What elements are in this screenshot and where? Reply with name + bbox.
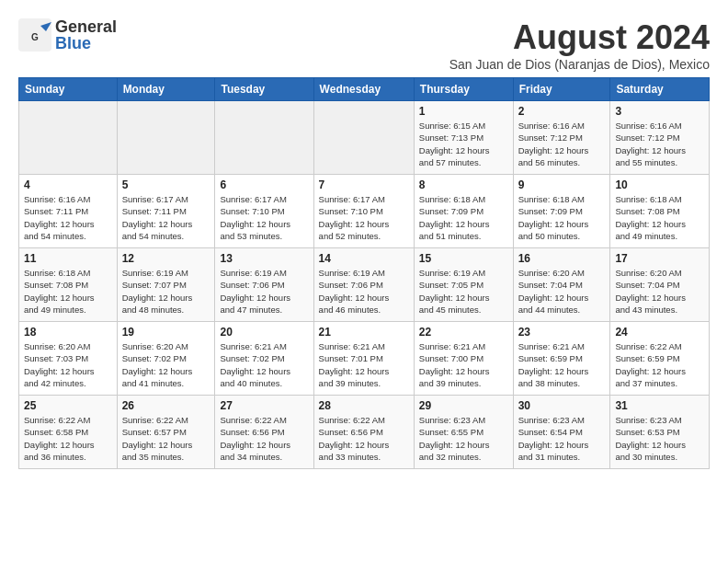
day-info: Sunrise: 6:16 AM Sunset: 7:11 PM Dayligh… (24, 193, 112, 242)
day-info: Sunrise: 6:20 AM Sunset: 7:04 PM Dayligh… (518, 267, 606, 316)
calendar-cell: 10Sunrise: 6:18 AM Sunset: 7:08 PM Dayli… (610, 175, 710, 248)
day-info: Sunrise: 6:22 AM Sunset: 6:56 PM Dayligh… (319, 414, 409, 463)
day-info: Sunrise: 6:22 AM Sunset: 6:56 PM Dayligh… (220, 414, 308, 463)
calendar-cell: 13Sunrise: 6:19 AM Sunset: 7:06 PM Dayli… (215, 248, 313, 322)
calendar-cell: 14Sunrise: 6:19 AM Sunset: 7:06 PM Dayli… (313, 248, 414, 322)
day-of-week-header: Friday (513, 78, 610, 101)
calendar-cell: 4Sunrise: 6:16 AM Sunset: 7:11 PM Daylig… (19, 175, 118, 248)
day-number: 13 (220, 252, 308, 265)
day-info: Sunrise: 6:22 AM Sunset: 6:59 PM Dayligh… (615, 340, 704, 389)
day-number: 12 (122, 252, 210, 265)
title-area: August 2024 San Juan de Dios (Naranjas d… (449, 18, 710, 72)
day-number: 15 (419, 252, 508, 265)
day-number: 9 (518, 178, 606, 191)
day-number: 6 (220, 178, 308, 191)
day-number: 7 (319, 178, 409, 191)
days-header-row: SundayMondayTuesdayWednesdayThursdayFrid… (19, 78, 710, 101)
day-info: Sunrise: 6:20 AM Sunset: 7:02 PM Dayligh… (122, 340, 210, 389)
day-number: 3 (615, 105, 704, 118)
calendar-cell: 1Sunrise: 6:15 AM Sunset: 7:13 PM Daylig… (414, 101, 513, 175)
day-of-week-header: Saturday (610, 78, 710, 101)
day-info: Sunrise: 6:19 AM Sunset: 7:05 PM Dayligh… (419, 267, 508, 316)
logo: G General Blue (18, 18, 117, 52)
day-number: 5 (122, 178, 210, 191)
calendar-cell: 7Sunrise: 6:17 AM Sunset: 7:10 PM Daylig… (313, 175, 414, 248)
calendar-cell: 19Sunrise: 6:20 AM Sunset: 7:02 PM Dayli… (117, 322, 215, 396)
day-number: 19 (122, 326, 210, 339)
svg-text:G: G (31, 32, 39, 42)
calendar-cell: 15Sunrise: 6:19 AM Sunset: 7:05 PM Dayli… (414, 248, 513, 322)
calendar-cell: 2Sunrise: 6:16 AM Sunset: 7:12 PM Daylig… (513, 101, 610, 175)
calendar-cell: 21Sunrise: 6:21 AM Sunset: 7:01 PM Dayli… (313, 322, 414, 396)
day-number: 22 (419, 326, 508, 339)
day-number: 2 (518, 105, 606, 118)
logo-blue: Blue (55, 35, 117, 52)
day-of-week-header: Tuesday (215, 78, 313, 101)
day-info: Sunrise: 6:18 AM Sunset: 7:08 PM Dayligh… (24, 267, 112, 316)
location: San Juan de Dios (Naranjas de Dios), Mex… (449, 57, 710, 72)
day-number: 1 (419, 105, 508, 118)
calendar-cell: 31Sunrise: 6:23 AM Sunset: 6:53 PM Dayli… (610, 396, 710, 469)
calendar-week-row: 4Sunrise: 6:16 AM Sunset: 7:11 PM Daylig… (19, 175, 710, 248)
day-number: 14 (319, 252, 409, 265)
logo-text: General Blue (55, 18, 117, 52)
calendar-cell: 23Sunrise: 6:21 AM Sunset: 6:59 PM Dayli… (513, 322, 610, 396)
day-info: Sunrise: 6:15 AM Sunset: 7:13 PM Dayligh… (419, 120, 508, 168)
day-info: Sunrise: 6:19 AM Sunset: 7:07 PM Dayligh… (122, 267, 210, 316)
day-info: Sunrise: 6:21 AM Sunset: 6:59 PM Dayligh… (518, 340, 606, 389)
calendar-table: SundayMondayTuesdayWednesdayThursdayFrid… (18, 77, 710, 469)
day-info: Sunrise: 6:16 AM Sunset: 7:12 PM Dayligh… (518, 120, 606, 168)
day-number: 21 (319, 326, 409, 339)
day-number: 23 (518, 326, 606, 339)
day-info: Sunrise: 6:22 AM Sunset: 6:58 PM Dayligh… (24, 414, 112, 463)
day-info: Sunrise: 6:18 AM Sunset: 7:09 PM Dayligh… (419, 193, 508, 242)
month-year: August 2024 (449, 18, 710, 57)
calendar-cell: 27Sunrise: 6:22 AM Sunset: 6:56 PM Dayli… (215, 396, 313, 469)
day-number: 10 (615, 178, 704, 191)
day-number: 18 (24, 326, 112, 339)
calendar-cell: 3Sunrise: 6:16 AM Sunset: 7:12 PM Daylig… (610, 101, 710, 175)
day-number: 11 (24, 252, 112, 265)
day-info: Sunrise: 6:18 AM Sunset: 7:09 PM Dayligh… (518, 193, 606, 242)
calendar-cell: 6Sunrise: 6:17 AM Sunset: 7:10 PM Daylig… (215, 175, 313, 248)
day-number: 31 (615, 399, 704, 412)
day-of-week-header: Thursday (414, 78, 513, 101)
calendar-week-row: 18Sunrise: 6:20 AM Sunset: 7:03 PM Dayli… (19, 322, 710, 396)
day-info: Sunrise: 6:19 AM Sunset: 7:06 PM Dayligh… (220, 267, 308, 316)
calendar-cell: 24Sunrise: 6:22 AM Sunset: 6:59 PM Dayli… (610, 322, 710, 396)
calendar-cell: 9Sunrise: 6:18 AM Sunset: 7:09 PM Daylig… (513, 175, 610, 248)
calendar-cell: 29Sunrise: 6:23 AM Sunset: 6:55 PM Dayli… (414, 396, 513, 469)
day-info: Sunrise: 6:23 AM Sunset: 6:54 PM Dayligh… (518, 414, 606, 463)
day-number: 30 (518, 399, 606, 412)
day-number: 16 (518, 252, 606, 265)
calendar-cell: 8Sunrise: 6:18 AM Sunset: 7:09 PM Daylig… (414, 175, 513, 248)
calendar-cell: 20Sunrise: 6:21 AM Sunset: 7:02 PM Dayli… (215, 322, 313, 396)
calendar-cell (313, 101, 414, 175)
calendar-cell: 12Sunrise: 6:19 AM Sunset: 7:07 PM Dayli… (117, 248, 215, 322)
day-number: 8 (419, 178, 508, 191)
day-info: Sunrise: 6:17 AM Sunset: 7:11 PM Dayligh… (122, 193, 210, 242)
day-info: Sunrise: 6:21 AM Sunset: 7:00 PM Dayligh… (419, 340, 508, 389)
day-info: Sunrise: 6:21 AM Sunset: 7:01 PM Dayligh… (319, 340, 409, 389)
day-of-week-header: Monday (117, 78, 215, 101)
calendar-cell (215, 101, 313, 175)
day-number: 28 (319, 399, 409, 412)
day-number: 27 (220, 399, 308, 412)
day-info: Sunrise: 6:23 AM Sunset: 6:53 PM Dayligh… (615, 414, 704, 463)
day-info: Sunrise: 6:18 AM Sunset: 7:08 PM Dayligh… (615, 193, 704, 242)
calendar-cell: 18Sunrise: 6:20 AM Sunset: 7:03 PM Dayli… (19, 322, 118, 396)
calendar-cell: 5Sunrise: 6:17 AM Sunset: 7:11 PM Daylig… (117, 175, 215, 248)
calendar-cell (19, 101, 118, 175)
day-of-week-header: Wednesday (313, 78, 414, 101)
calendar-week-row: 1Sunrise: 6:15 AM Sunset: 7:13 PM Daylig… (19, 101, 710, 175)
day-info: Sunrise: 6:23 AM Sunset: 6:55 PM Dayligh… (419, 414, 508, 463)
header: G General Blue August 2024 San Juan de D… (18, 18, 710, 72)
day-info: Sunrise: 6:17 AM Sunset: 7:10 PM Dayligh… (220, 193, 308, 242)
calendar-week-row: 25Sunrise: 6:22 AM Sunset: 6:58 PM Dayli… (19, 396, 710, 469)
day-info: Sunrise: 6:20 AM Sunset: 7:03 PM Dayligh… (24, 340, 112, 389)
day-number: 4 (24, 178, 112, 191)
calendar-cell: 28Sunrise: 6:22 AM Sunset: 6:56 PM Dayli… (313, 396, 414, 469)
logo-general: General (55, 18, 117, 35)
day-info: Sunrise: 6:19 AM Sunset: 7:06 PM Dayligh… (319, 267, 409, 316)
calendar-cell (117, 101, 215, 175)
